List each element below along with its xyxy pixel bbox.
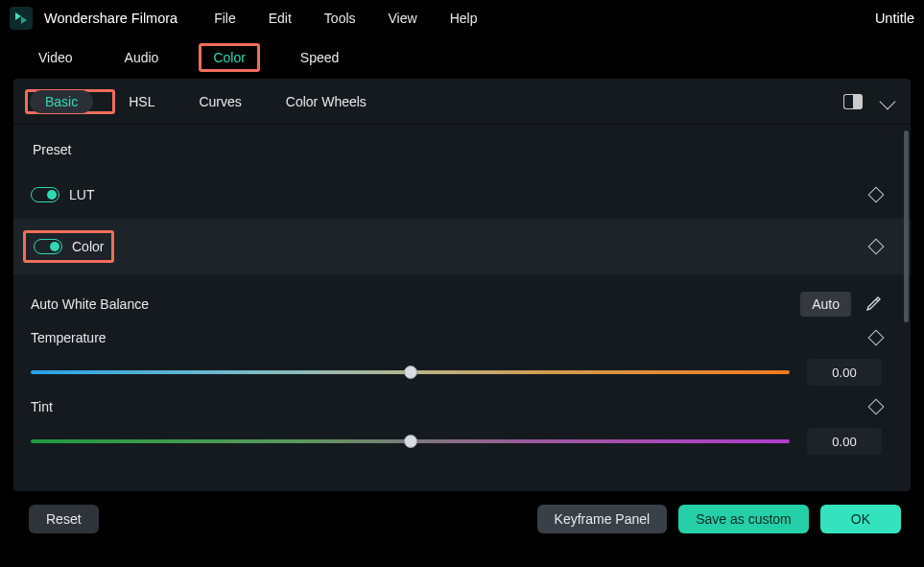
keyframe-panel-button[interactable]: Keyframe Panel <box>537 505 668 533</box>
temperature-block: Temperature <box>31 330 882 386</box>
document-title: Untitle <box>875 11 914 26</box>
sub-tab-basic[interactable]: Basic <box>30 90 93 113</box>
color-scroll-area: Preset LUT Color Auto White Balance Auto… <box>13 125 911 482</box>
tint-block: Tint <box>31 399 882 455</box>
lut-toggle[interactable] <box>31 187 59 202</box>
auto-button[interactable]: Auto <box>800 292 851 317</box>
tab-audio[interactable]: Audio <box>113 46 171 69</box>
color-toggle[interactable] <box>34 239 62 254</box>
lut-row: LUT <box>31 171 882 219</box>
menu-file[interactable]: File <box>214 11 236 26</box>
app-logo <box>10 7 33 30</box>
sub-tab-hsl[interactable]: HSL <box>115 90 168 113</box>
lut-label: LUT <box>69 187 94 202</box>
lut-keyframe-icon[interactable] <box>868 187 885 203</box>
scrollbar[interactable] <box>904 130 909 322</box>
tint-label: Tint <box>31 399 53 414</box>
color-row: Color <box>13 219 911 274</box>
sub-tab-color-wheels[interactable]: Color Wheels <box>272 90 380 113</box>
temperature-slider[interactable] <box>31 370 790 374</box>
tint-keyframe-icon[interactable] <box>868 399 885 415</box>
menu-tools[interactable]: Tools <box>324 11 356 26</box>
tint-slider[interactable] <box>31 439 790 443</box>
top-tabs: Video Audio Color Speed <box>0 36 924 79</box>
tab-video[interactable]: Video <box>27 46 84 69</box>
color-keyframe-icon[interactable] <box>868 239 885 255</box>
temperature-thumb[interactable] <box>404 366 417 379</box>
color-panel: Basic HSL Curves Color Wheels Preset LUT… <box>13 79 911 491</box>
app-name: Wondershare Filmora <box>44 11 178 26</box>
tint-thumb[interactable] <box>404 435 417 448</box>
preset-label: Preset <box>33 142 882 157</box>
temperature-label: Temperature <box>31 330 107 345</box>
tab-speed[interactable]: Speed <box>289 46 350 69</box>
eyedropper-icon[interactable] <box>865 295 882 313</box>
sub-tab-curves[interactable]: Curves <box>185 90 254 113</box>
awb-label: Auto White Balance <box>31 296 149 312</box>
color-label: Color <box>72 239 104 254</box>
temperature-keyframe-icon[interactable] <box>868 330 885 346</box>
chevron-down-icon[interactable] <box>880 93 896 109</box>
ok-button[interactable]: OK <box>820 505 901 533</box>
sub-tabs: Basic HSL Curves Color Wheels <box>13 79 911 125</box>
sub-tab-basic-highlight: Basic <box>25 89 115 114</box>
compare-view-icon[interactable] <box>843 94 865 109</box>
auto-white-balance-row: Auto White Balance Auto <box>31 292 882 317</box>
menu-edit[interactable]: Edit <box>269 11 292 26</box>
filmora-logo-icon <box>13 11 29 26</box>
tab-color[interactable]: Color <box>199 43 259 72</box>
temperature-value-input[interactable] <box>807 359 882 386</box>
menu-help[interactable]: Help <box>450 11 478 26</box>
footer: Reset Keyframe Panel Save as custom OK <box>0 499 924 533</box>
menu-view[interactable]: View <box>389 11 417 26</box>
save-as-custom-button[interactable]: Save as custom <box>678 505 809 533</box>
titlebar: Wondershare Filmora File Edit Tools View… <box>0 0 924 36</box>
tint-value-input[interactable] <box>807 428 882 455</box>
reset-button[interactable]: Reset <box>29 505 99 533</box>
color-row-highlight: Color <box>23 230 114 263</box>
